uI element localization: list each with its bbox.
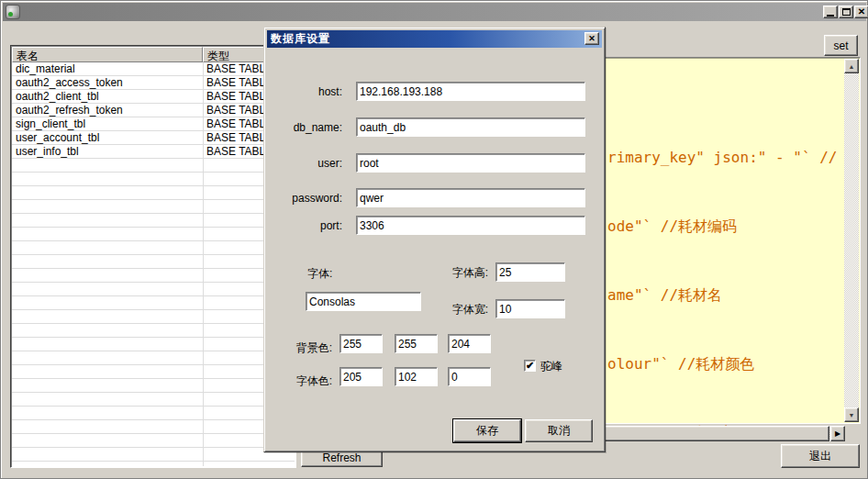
column-divider: [203, 62, 204, 466]
user-input[interactable]: [356, 153, 585, 173]
close-icon: ✕: [588, 34, 595, 43]
table-row[interactable]: user_info_tblBASE TABLE: [12, 145, 295, 159]
host-label: host:: [269, 82, 342, 102]
close-button[interactable]: ✕: [854, 6, 868, 18]
db-name-input[interactable]: [356, 117, 585, 137]
maximize-icon: [842, 8, 851, 16]
fg-color-g-input[interactable]: [395, 367, 438, 386]
font-width-label: 字体宽:: [415, 299, 488, 319]
table-name: oauth2_access_token: [12, 76, 203, 90]
camelcase-checkbox[interactable]: ✔: [524, 360, 536, 372]
tables-list: 表名 类型 dic_materialBASE TABLE oauth2_acce…: [10, 45, 296, 468]
checkmark-icon: ✔: [526, 361, 534, 371]
db-name-label: db_name:: [269, 117, 342, 138]
fg-color-label: 字体色:: [264, 371, 332, 391]
table-row[interactable]: oauth2_access_tokenBASE TABLE: [12, 76, 295, 90]
font-height-label: 字体高:: [415, 262, 488, 283]
window-titlebar: ✕: [3, 3, 866, 21]
column-header-table-name[interactable]: 表名: [12, 47, 203, 62]
font-label: 字体:: [269, 263, 347, 284]
dialog-title: 数据库设置: [271, 31, 330, 47]
exit-button[interactable]: 退出: [781, 444, 860, 468]
scroll-down-button[interactable]: ▼: [844, 407, 859, 422]
camelcase-checkbox-label[interactable]: 驼峰: [540, 359, 562, 374]
app-icon: [6, 5, 20, 19]
table-row[interactable]: dic_materialBASE TABLE: [12, 62, 295, 76]
arrow-down-icon: ▼: [849, 412, 855, 418]
vertical-scrollbar[interactable]: ▲ ▼: [844, 59, 859, 422]
bg-color-label: 背景色:: [264, 338, 332, 358]
user-label: user:: [269, 153, 342, 173]
code-line: ame"` //耗材名: [607, 284, 837, 306]
maximize-button[interactable]: [839, 6, 853, 18]
table-row[interactable]: user_account_tblBASE TABLE: [12, 131, 295, 145]
main-window: ✕ 表名 类型 dic_materialBASE TABLE oauth2_ac…: [0, 0, 868, 479]
close-icon: ✕: [858, 7, 865, 17]
font-width-input[interactable]: [495, 299, 565, 318]
code-line: rimary_key" json:" - "` //: [607, 146, 837, 169]
table-name: sign_client_tbl: [12, 117, 203, 131]
minimize-button[interactable]: [823, 6, 838, 18]
database-settings-dialog: 数据库设置 ✕ host: db_name: user: password: p…: [263, 27, 606, 452]
code-line: olour"` //耗材颜色: [607, 352, 837, 375]
port-label: port:: [269, 216, 342, 236]
password-input[interactable]: [356, 188, 585, 207]
table-name: oauth2_client_tbl: [12, 90, 203, 104]
minimize-icon: [827, 15, 834, 17]
table-row[interactable]: oauth2_refresh_tokenBASE TABLE: [12, 104, 295, 117]
fg-color-r-input[interactable]: [339, 367, 383, 386]
arrow-up-icon: ▲: [849, 63, 855, 70]
cancel-button[interactable]: 取消: [525, 419, 593, 442]
code-text: rimary_key" json:" - "` // ode"` //耗材编码 …: [607, 100, 837, 479]
table-name: oauth2_refresh_token: [12, 104, 203, 117]
bg-color-r-input[interactable]: [339, 334, 383, 353]
password-label: password:: [269, 188, 342, 208]
arrow-right-icon: ▶: [835, 429, 840, 438]
table-name: dic_material: [12, 62, 203, 76]
save-button[interactable]: 保存: [453, 419, 521, 442]
bg-color-g-input[interactable]: [395, 334, 438, 353]
font-name-input[interactable]: [306, 292, 421, 311]
tables-list-header: 表名 类型: [12, 47, 295, 62]
scroll-up-button[interactable]: ▲: [844, 59, 859, 73]
bg-color-b-input[interactable]: [448, 334, 491, 353]
host-input[interactable]: [356, 82, 585, 101]
font-height-input[interactable]: [495, 262, 565, 282]
table-row[interactable]: oauth2_client_tblBASE TABLE: [12, 90, 295, 104]
scroll-right-button[interactable]: ▶: [830, 426, 845, 441]
table-row[interactable]: sign_client_tblBASE TABLE: [12, 117, 295, 131]
dialog-close-button[interactable]: ✕: [584, 32, 599, 45]
dialog-titlebar[interactable]: 数据库设置 ✕: [267, 30, 602, 48]
tables-list-body: dic_materialBASE TABLE oauth2_access_tok…: [12, 62, 295, 466]
fg-color-b-input[interactable]: [448, 367, 491, 386]
port-input[interactable]: [356, 216, 585, 235]
code-line: ode"` //耗材编码: [607, 215, 837, 238]
set-button[interactable]: set: [824, 35, 858, 56]
table-name: user_account_tbl: [12, 131, 203, 145]
table-name: user_info_tbl: [12, 145, 203, 159]
